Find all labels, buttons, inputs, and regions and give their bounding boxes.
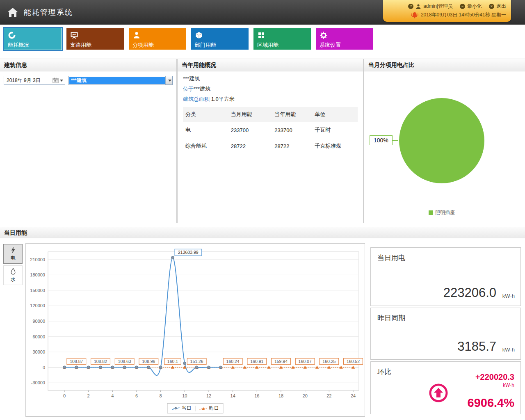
stat-delta-value: +220020.3 xyxy=(475,372,514,382)
help-icon[interactable]: ? xyxy=(408,4,413,9)
up-arrow-icon xyxy=(429,383,448,402)
datetime-text: 2018年09月03日 14时50分41秒 星期一 xyxy=(421,11,506,18)
stat-value: 3185.7 xyxy=(457,339,496,354)
pie-legend[interactable]: 照明插座 xyxy=(429,209,455,216)
svg-text:108.63: 108.63 xyxy=(118,359,131,364)
svg-text:108.82: 108.82 xyxy=(94,359,107,364)
lightning-icon xyxy=(10,246,16,254)
app-header: 能耗管理系统 ? admin|管理员 − 最小化 × 退出 xyxy=(0,0,525,25)
legend-item-today[interactable]: 当日 xyxy=(172,405,192,412)
logout-icon[interactable]: × xyxy=(489,4,494,9)
svg-text:180000: 180000 xyxy=(30,272,45,277)
date-picker-value: 2018年 9月 3日 xyxy=(7,77,52,84)
cell-category: 综合能耗 xyxy=(183,138,228,154)
svg-text:8: 8 xyxy=(160,393,162,398)
year-overview-panel: 当年用能概况 ***建筑 位于***建筑 建筑总面积 1.0平方米 分类 当月用… xyxy=(178,59,363,223)
legend-item-yesterday[interactable]: 昨日 xyxy=(199,405,219,412)
building-info-panel: 建筑信息 2018年 9月 3日 ***建筑 xyxy=(0,59,176,223)
area-line: 建筑总面积 1.0平方米 xyxy=(183,96,358,103)
svg-text:210000: 210000 xyxy=(30,257,45,262)
location-link[interactable]: 位于 xyxy=(183,86,194,92)
daily-energy-header: 当日用能 xyxy=(0,227,525,238)
cell-month: 28722 xyxy=(228,138,272,154)
user-icon xyxy=(415,4,421,9)
building-info-title: 建筑信息 xyxy=(0,59,176,71)
tab-water[interactable]: 水 xyxy=(3,265,23,285)
cube-icon xyxy=(195,31,245,39)
legend-label: 照明插座 xyxy=(435,209,455,216)
stat-ring-ratio: 环比 +220020.3 kW·h 6906.4% xyxy=(370,361,521,414)
svg-text:160.52: 160.52 xyxy=(347,359,360,364)
col-year: 当年用能 xyxy=(272,107,312,122)
svg-text:4: 4 xyxy=(111,393,114,398)
svg-text:60000: 60000 xyxy=(32,334,45,339)
daily-energy-section: 电 水 -30000030000600009000012000015000018… xyxy=(0,238,525,420)
stat-unit: kW·h xyxy=(503,382,514,388)
svg-text:108.87: 108.87 xyxy=(70,359,83,364)
svg-text:0: 0 xyxy=(43,365,45,370)
nav-tile-subitem-energy[interactable]: 分项用能 xyxy=(129,28,186,50)
nav-tile-energy-overview[interactable]: 能耗概况 xyxy=(4,28,62,50)
stat-unit: kW·h xyxy=(502,347,515,353)
stat-label: 昨日同期 xyxy=(371,308,520,323)
easel-chart-icon xyxy=(70,31,120,39)
svg-text:22: 22 xyxy=(326,393,331,398)
svg-text:16: 16 xyxy=(254,393,259,398)
stats-column: 当日用电 223206.0 kW·h 昨日同期 3185.7 kW·h 环比 +… xyxy=(370,247,521,416)
location-value: ***建筑 xyxy=(194,86,210,92)
app-title: 能耗管理系统 xyxy=(24,7,73,17)
svg-text:108.96: 108.96 xyxy=(142,359,155,364)
building-info-controls: 2018年 9月 3日 ***建筑 xyxy=(0,71,176,89)
svg-text:10: 10 xyxy=(182,393,187,398)
svg-text:6: 6 xyxy=(135,393,138,398)
col-unit: 单位 xyxy=(312,107,358,122)
col-month: 当月用能 xyxy=(228,107,272,122)
line-chart-canvas: -300000300006000090000120000150000180000… xyxy=(26,244,365,404)
cell-year: 233700 xyxy=(272,122,312,138)
legend-divider xyxy=(195,406,196,411)
tab-electricity[interactable]: 电 xyxy=(3,244,23,264)
date-picker[interactable]: 2018年 9月 3日 xyxy=(4,76,65,85)
minimize-label[interactable]: 最小化 xyxy=(467,3,482,10)
nav-tile-label: 分项用能 xyxy=(132,41,183,49)
year-overview-body: ***建筑 位于***建筑 建筑总面积 1.0平方米 分类 当月用能 当年用能 … xyxy=(178,71,363,158)
nav-tile-area-energy[interactable]: 区域用能 xyxy=(253,28,311,50)
alarm-bell-icon xyxy=(411,11,419,19)
table-row: 综合能耗 28722 28722 千克标准煤 xyxy=(183,138,358,154)
cell-year: 28722 xyxy=(272,138,312,154)
area-link[interactable]: 建筑总面积 xyxy=(183,96,210,102)
home-icon[interactable] xyxy=(7,7,19,18)
nav-tile-branch-energy[interactable]: 支路用能 xyxy=(66,28,124,50)
svg-text:0: 0 xyxy=(63,393,66,398)
main-panels-row: 建筑信息 2018年 9月 3日 ***建筑 xyxy=(0,59,525,223)
pie-panel-title: 当月分项用电占比 xyxy=(364,59,525,71)
section-gap xyxy=(0,223,525,227)
calendar-icon[interactable] xyxy=(52,78,59,83)
cell-unit: 千瓦时 xyxy=(312,122,358,138)
stat-value: 223206.0 xyxy=(443,285,496,300)
area-value: 1.0平方米 xyxy=(211,96,235,102)
select-dropdown-button[interactable] xyxy=(165,76,172,84)
nav-tile-label: 区域用能 xyxy=(257,41,307,49)
date-caret-icon[interactable] xyxy=(60,80,63,82)
svg-text:160.07: 160.07 xyxy=(299,359,312,364)
svg-text:90000: 90000 xyxy=(32,319,45,324)
grid-icon xyxy=(257,31,307,39)
nav-tile-label: 支路用能 xyxy=(70,41,120,49)
svg-text:18: 18 xyxy=(278,393,283,398)
col-category: 分类 xyxy=(183,107,228,122)
nav-tile-label: 系统设置 xyxy=(320,41,370,49)
minimize-icon[interactable]: − xyxy=(460,4,465,9)
energy-table: 分类 当月用能 当年用能 单位 电 233700 233700 千瓦时 综合能耗 xyxy=(183,107,358,154)
table-row: 电 233700 233700 千瓦时 xyxy=(183,122,358,138)
stat-percent: 6906.4% xyxy=(468,396,515,410)
svg-text:14: 14 xyxy=(231,393,235,398)
nav-tile-system-settings[interactable]: 系统设置 xyxy=(316,28,373,50)
location-line: 位于***建筑 xyxy=(183,85,358,93)
nav-tile-department-energy[interactable]: 部门用能 xyxy=(191,28,249,50)
logout-label[interactable]: 退出 xyxy=(496,3,506,10)
water-drop-icon xyxy=(10,267,16,275)
legend-swatch xyxy=(429,210,433,215)
chevron-down-icon xyxy=(168,80,171,82)
building-select[interactable]: ***建筑 xyxy=(68,76,173,85)
